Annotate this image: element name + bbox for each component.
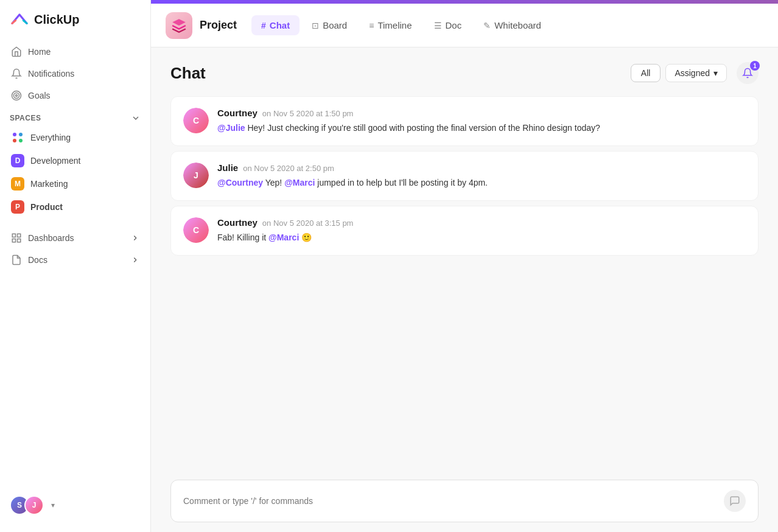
sidebar-item-development[interactable]: D Development — [5, 150, 145, 172]
sidebar-item-notifications[interactable]: Notifications — [5, 63, 145, 84]
comment-input[interactable] — [183, 496, 724, 506]
julie-avatar: J — [183, 163, 209, 188]
message-3-header: Courtney on Nov 5 2020 at 3:15 pm — [217, 217, 746, 228]
svg-point-3 — [13, 133, 16, 136]
courtney-avatar: C — [183, 108, 209, 133]
development-badge-text: D — [15, 156, 21, 165]
message-2-body: Julie on Nov 5 2020 at 2:50 pm @Courtney… — [217, 163, 746, 189]
sidebar-bottom: Dashboards Docs — [0, 225, 150, 273]
messages-list: C Courtney on Nov 5 2020 at 1:50 pm @Jul… — [170, 96, 759, 472]
chat-filters: All Assigned ▾ — [631, 64, 727, 82]
message-1-author: Courtney — [217, 108, 258, 118]
svg-rect-9 — [12, 239, 15, 242]
user-avatars[interactable]: S J — [10, 495, 44, 515]
tab-whiteboard[interactable]: ✎ Whiteboard — [474, 15, 551, 35]
svg-point-4 — [19, 133, 23, 136]
svg-rect-10 — [18, 239, 21, 242]
everything-icon — [11, 131, 24, 144]
svg-rect-7 — [12, 234, 15, 237]
message-2-header: Julie on Nov 5 2020 at 2:50 pm — [217, 163, 746, 173]
sidebar-item-everything[interactable]: Everything — [5, 127, 145, 149]
message-3-avatar: C — [183, 217, 209, 243]
message-1-mention1[interactable]: @Julie — [217, 123, 245, 133]
clickup-logo-icon — [10, 10, 29, 29]
sidebar-item-home[interactable]: Home — [5, 41, 145, 62]
sidebar-item-docs[interactable]: Docs — [5, 250, 145, 270]
message-2-author: Julie — [217, 163, 238, 173]
message-1-text-part1: Hey! Just checking if you're still good … — [245, 123, 600, 133]
project-3d-icon — [171, 18, 187, 33]
filter-assigned-dropdown[interactable]: Assigned ▾ — [665, 64, 727, 82]
notification-badge: 1 — [750, 61, 760, 71]
marketing-badge-text: M — [15, 180, 21, 188]
main-content: Project # Chat ⊡ Board ≡ Timeline ☰ Doc … — [151, 0, 778, 532]
tab-doc[interactable]: ☰ Doc — [424, 15, 472, 35]
tab-chat[interactable]: # Chat — [251, 15, 300, 35]
footer-chevron[interactable]: ▾ — [51, 501, 55, 509]
timeline-tab-icon: ≡ — [369, 21, 374, 30]
send-button[interactable] — [724, 490, 746, 512]
message-3-text2: 🙂 — [299, 233, 312, 242]
sidebar: ClickUp Home Notifications Goals Spaces — [0, 0, 151, 532]
chat-title: Chat — [170, 64, 631, 83]
spaces-chevron-icon[interactable] — [131, 113, 141, 123]
svg-point-6 — [19, 139, 23, 142]
tab-timeline[interactable]: ≡ Timeline — [359, 15, 421, 35]
goals-label: Goals — [28, 91, 51, 100]
sidebar-item-product[interactable]: P Product — [5, 196, 145, 218]
notifications-label: Notifications — [28, 69, 74, 79]
message-1-body: Courtney on Nov 5 2020 at 1:50 pm @Julie… — [217, 108, 746, 135]
message-2: J Julie on Nov 5 2020 at 2:50 pm @Courtn… — [170, 151, 759, 201]
message-3-author: Courtney — [217, 217, 258, 228]
message-2-text: @Courtney Yep! @Marci jumped in to help … — [217, 177, 746, 189]
development-badge: D — [11, 154, 24, 167]
doc-tab-icon: ☰ — [434, 21, 442, 30]
product-badge: P — [11, 200, 24, 214]
timeline-tab-label: Timeline — [377, 20, 412, 30]
message-3-mention1[interactable]: @Marci — [268, 233, 299, 242]
message-2-text2: jumped in to help but I'll be posting it… — [315, 178, 488, 187]
sidebar-item-goals[interactable]: Goals — [5, 85, 145, 106]
sidebar-footer: S J ▾ — [0, 488, 150, 522]
message-2-text1: Yep! — [263, 178, 284, 187]
courtney-avatar-2: C — [183, 217, 209, 243]
chat-tab-label: Chat — [270, 20, 290, 30]
svg-rect-8 — [18, 234, 21, 237]
message-2-mention2[interactable]: @Marci — [284, 178, 315, 187]
filter-all-button[interactable]: All — [631, 64, 661, 82]
dashboards-icon — [11, 233, 22, 243]
marketing-badge: M — [11, 177, 24, 191]
logo[interactable]: ClickUp — [0, 10, 150, 41]
send-icon — [729, 495, 740, 506]
doc-tab-label: Doc — [446, 20, 462, 30]
development-label: Development — [30, 156, 81, 166]
docs-label: Docs — [28, 255, 47, 265]
chat-area: Chat All Assigned ▾ 1 — [151, 47, 778, 532]
everything-dots-icon — [11, 131, 24, 144]
board-tab-icon: ⊡ — [312, 21, 319, 30]
message-1-header: Courtney on Nov 5 2020 at 1:50 pm — [217, 108, 746, 118]
docs-chevron-icon — [131, 256, 139, 264]
svg-point-5 — [13, 139, 16, 142]
message-2-mention1[interactable]: @Courtney — [217, 178, 263, 187]
svg-point-1 — [14, 93, 19, 99]
notification-bell[interactable]: 1 — [737, 62, 759, 84]
sidebar-item-marketing[interactable]: M Marketing — [5, 173, 145, 195]
app-name: ClickUp — [34, 13, 79, 27]
message-3-text: Fab! Killing it @Marci 🙂 — [217, 231, 746, 244]
whiteboard-tab-icon: ✎ — [483, 21, 491, 30]
tab-board[interactable]: ⊡ Board — [302, 15, 357, 35]
product-label: Product — [30, 202, 63, 212]
svg-point-2 — [16, 95, 18, 97]
chat-tab-icon: # — [261, 21, 266, 30]
product-badge-text: P — [15, 203, 20, 211]
message-3: C Courtney on Nov 5 2020 at 3:15 pm Fab!… — [170, 206, 759, 256]
message-1: C Courtney on Nov 5 2020 at 1:50 pm @Jul… — [170, 96, 759, 146]
message-2-time: on Nov 5 2020 at 2:50 pm — [243, 164, 334, 173]
sidebar-item-dashboards[interactable]: Dashboards — [5, 228, 145, 248]
board-tab-label: Board — [323, 20, 347, 30]
spaces-label: Spaces — [10, 114, 41, 122]
everything-label: Everything — [30, 133, 71, 142]
bell-icon — [11, 68, 22, 79]
whiteboard-tab-label: Whiteboard — [494, 20, 541, 30]
